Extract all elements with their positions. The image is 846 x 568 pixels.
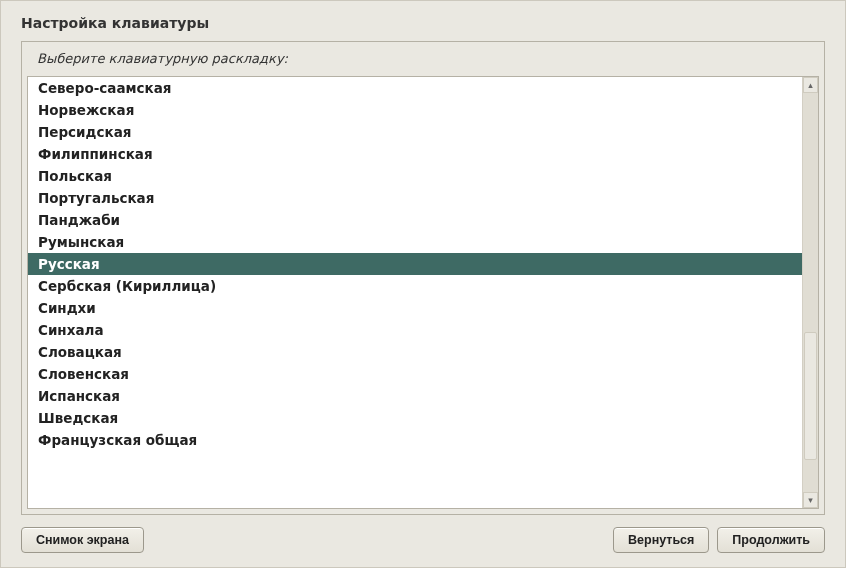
- layout-item[interactable]: Северо-саамская: [28, 77, 802, 99]
- back-button[interactable]: Вернуться: [613, 527, 709, 553]
- layout-item[interactable]: Португальская: [28, 187, 802, 209]
- content-panel: Выберите клавиатурную раскладку: Северо-…: [21, 41, 825, 515]
- layout-list[interactable]: Северо-саамскаяНорвежскаяПерсидскаяФилип…: [28, 77, 802, 508]
- layout-item[interactable]: Французская общая: [28, 429, 802, 451]
- layout-item[interactable]: Словенская: [28, 363, 802, 385]
- layout-item[interactable]: Польская: [28, 165, 802, 187]
- layout-item[interactable]: Персидская: [28, 121, 802, 143]
- layout-item[interactable]: Словацкая: [28, 341, 802, 363]
- layout-item[interactable]: Синхала: [28, 319, 802, 341]
- layout-list-wrap: Северо-саамскаяНорвежскаяПерсидскаяФилип…: [27, 76, 819, 509]
- layout-item[interactable]: Сербская (Кириллица): [28, 275, 802, 297]
- scroll-up-button[interactable]: ▴: [803, 77, 818, 93]
- screenshot-button[interactable]: Снимок экрана: [21, 527, 144, 553]
- layout-item[interactable]: Панджаби: [28, 209, 802, 231]
- continue-button[interactable]: Продолжить: [717, 527, 825, 553]
- footer: Снимок экрана Вернуться Продолжить: [1, 515, 845, 567]
- scroll-track[interactable]: [803, 93, 818, 492]
- window-title: Настройка клавиатуры: [1, 1, 845, 41]
- scroll-thumb[interactable]: [804, 332, 817, 460]
- layout-item[interactable]: Норвежская: [28, 99, 802, 121]
- layout-item[interactable]: Синдхи: [28, 297, 802, 319]
- layout-item[interactable]: Русская: [28, 253, 802, 275]
- layout-item[interactable]: Филиппинская: [28, 143, 802, 165]
- keyboard-config-window: Настройка клавиатуры Выберите клавиатурн…: [0, 0, 846, 568]
- layout-item[interactable]: Испанская: [28, 385, 802, 407]
- scrollbar[interactable]: ▴ ▾: [802, 77, 818, 508]
- layout-item[interactable]: Шведская: [28, 407, 802, 429]
- layout-item[interactable]: Румынская: [28, 231, 802, 253]
- scroll-down-button[interactable]: ▾: [803, 492, 818, 508]
- instruction-label: Выберите клавиатурную раскладку:: [23, 43, 823, 72]
